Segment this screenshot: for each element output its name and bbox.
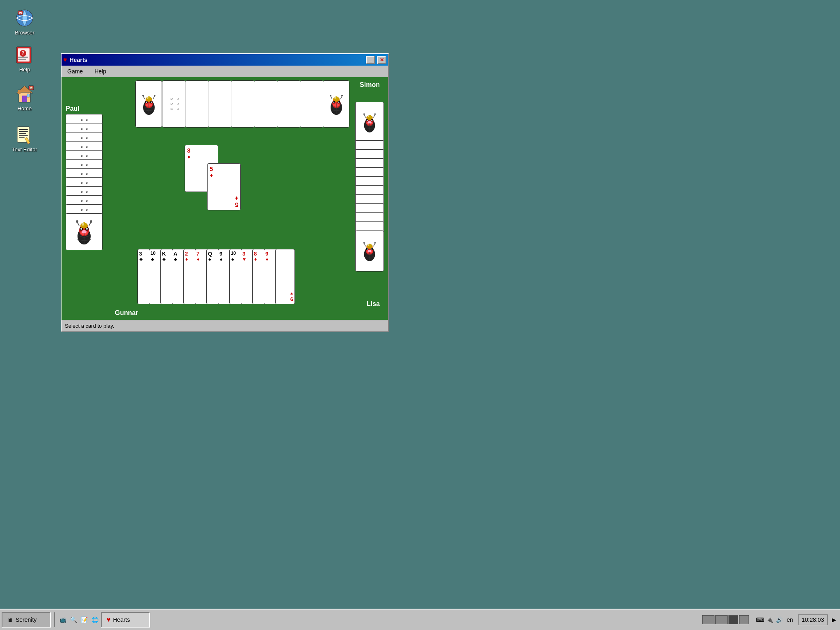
svg-point-91 [363,113,365,115]
svg-text:🏠: 🏠 [30,86,33,89]
taskbar-clock: 10:28:03 [798,614,828,625]
tray-lang: en [785,616,795,623]
tray-win-3 [728,615,738,624]
svg-point-82 [82,230,87,233]
svg-point-101 [368,115,369,117]
played-card-2: 5 ♦ 5 ♦ [207,163,241,210]
browser-label: Browser [15,30,34,36]
tray-win-4 [739,615,749,624]
game-menu[interactable]: Game [65,67,85,75]
svg-point-68 [86,228,88,230]
svg-line-32 [153,96,155,99]
serenity-label: Serenity [16,616,37,623]
taskbar-search-icon[interactable]: 🔍 [69,615,78,624]
svg-rect-6 [18,57,28,58]
svg-point-121 [368,244,369,246]
svg-point-111 [363,242,365,244]
svg-line-51 [340,96,342,99]
window-titlebar: ♥ Hearts _ ✕ [62,54,388,66]
svg-point-49 [338,101,339,103]
lisa-hand [355,102,384,272]
svg-point-30 [151,101,152,103]
simon-back-2[interactable] [185,80,209,128]
svg-point-67 [80,228,82,230]
svg-point-112 [374,242,376,244]
svg-rect-20 [19,133,26,134]
svg-point-43 [147,96,148,99]
hearts-heart-icon: ♥ [107,616,111,623]
svg-point-34 [154,95,155,96]
paul-label: Paul [66,105,80,112]
svg-line-90 [374,114,375,118]
svg-point-107 [367,249,368,250]
taskbar-browser-icon[interactable]: 🌐 [90,615,99,624]
svg-point-48 [333,101,334,103]
svg-rect-21 [19,135,28,136]
minimize-button[interactable]: _ [366,56,375,64]
simon-back-3[interactable] [208,80,232,128]
gunnar-hand: 3 ♣ 10 ♣ K ♣ A ♣ 2 ♦ [137,249,295,308]
simon-back-1[interactable]: ꩢ ꩢꩢ ꩢꩢ ꩢ [162,80,186,128]
svg-rect-11 [22,96,27,102]
game-area: Simon [62,77,388,320]
svg-line-89 [364,114,366,118]
svg-point-88 [371,120,372,121]
svg-rect-12 [27,94,30,97]
help-icon-img: ? [15,45,34,65]
simon-back-6[interactable] [277,80,301,128]
tray-win-1 [702,615,714,624]
hearts-taskbar-button[interactable]: ♥ Hearts [101,612,150,628]
svg-point-71 [76,220,78,223]
svg-point-92 [374,113,376,115]
help-label: Help [19,66,30,73]
status-text: Select a card to play. [65,323,114,329]
text-editor-label: Text Editor [12,146,37,153]
simon-card-bug-2 [323,80,349,128]
svg-point-53 [341,95,343,96]
simon-back-5[interactable] [254,80,278,128]
simon-back-7[interactable] [300,80,324,128]
simon-back-cards: ꩢ ꩢꩢ ꩢꩢ ꩢ [163,80,324,128]
gunnar-card-6s[interactable]: ♠ 6 [275,249,295,304]
svg-text:?: ? [21,50,24,56]
home-icon[interactable]: 🏠 Home [8,84,41,112]
home-label: Home [18,105,32,112]
title-heart-icon: ♥ [63,56,67,64]
serenity-icon: 🖥 [7,616,13,623]
simon-label: Simon [360,81,380,89]
tray-win-2 [715,615,728,624]
svg-text:W: W [19,11,22,15]
serenity-taskbar-button[interactable]: 🖥 Serenity [2,612,51,628]
taskbar: 🖥 Serenity 📺 🔍 📝 🌐 ♥ Hearts ⌨ 🔌 🔊 en 10:… [0,609,840,630]
svg-point-52 [330,95,331,96]
close-button[interactable]: ✕ [377,56,386,64]
help-menu[interactable]: Help [92,67,109,75]
svg-line-109 [364,243,366,247]
svg-line-50 [331,96,332,99]
svg-line-31 [143,96,145,99]
help-icon[interactable]: ? Help [8,45,41,73]
simon-back-4[interactable] [231,80,255,128]
svg-point-102 [368,121,372,123]
lisa-bug [355,102,384,143]
taskbar-notes-icon[interactable]: 📝 [80,615,89,624]
status-bar: Select a card to play. [62,320,388,331]
svg-point-29 [146,101,147,103]
text-editor-icon[interactable]: Text Editor [8,125,41,153]
tray-volume-icon: 🔊 [775,615,784,624]
lisa-bug-bottom [355,231,384,272]
browser-icon[interactable]: W Browser [8,8,41,36]
hearts-label: Hearts [113,616,130,623]
text-editor-icon-img [15,125,34,145]
simon-hand: ꩢ ꩢꩢ ꩢꩢ ꩢ [135,80,349,128]
menubar: Game Help [62,66,388,77]
svg-rect-13 [18,90,21,94]
svg-point-62 [334,96,336,99]
taskbar-terminal-icon[interactable]: 📺 [58,615,67,624]
svg-rect-22 [19,137,25,138]
browser-icon-img: W [15,8,34,28]
svg-point-81 [82,222,84,226]
svg-line-110 [374,243,375,247]
window-title: Hearts [70,57,364,63]
tray-expand-icon[interactable]: ▶ [829,615,838,624]
